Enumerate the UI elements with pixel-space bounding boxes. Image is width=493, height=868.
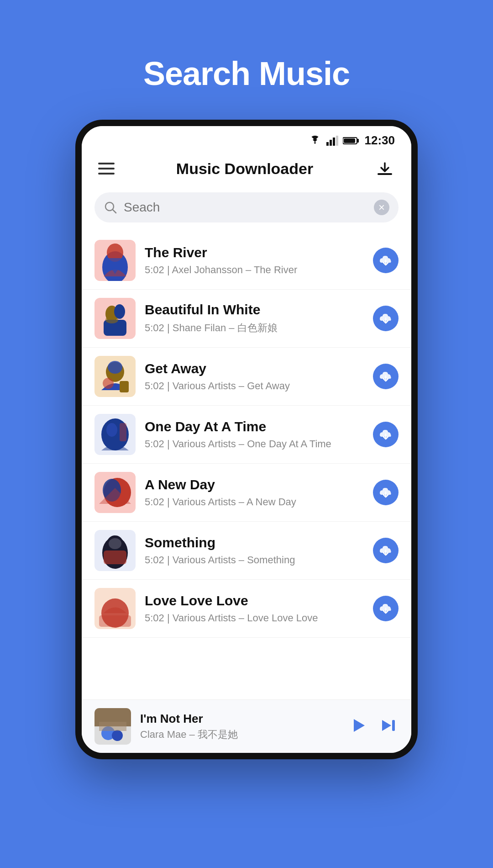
svg-rect-39 xyxy=(99,615,131,627)
now-playing-art xyxy=(94,708,131,745)
svg-point-25 xyxy=(106,423,117,437)
song-meta: 5:02 | Various Artists – A New Day xyxy=(145,496,364,508)
phone-mockup: 12:30 Music Downloader xyxy=(75,120,418,759)
song-info: One Day At A Time 5:02 | Various Artists… xyxy=(145,419,364,450)
svg-rect-2 xyxy=(333,138,335,146)
song-meta: 5:02 | Various Artists – One Day At A Ti… xyxy=(145,438,364,450)
menu-icon[interactable] xyxy=(98,163,115,175)
menu-line-3 xyxy=(98,173,115,175)
song-download-button[interactable] xyxy=(373,596,399,621)
song-item[interactable]: Beautiful In White 5:02 | Shane Filan – … xyxy=(82,290,411,348)
download-cloud-icon xyxy=(378,543,393,558)
svg-point-15 xyxy=(114,304,125,319)
svg-marker-45 xyxy=(354,719,365,732)
song-meta: 5:02 | Axel Johansson – The River xyxy=(145,264,364,276)
song-download-button[interactable] xyxy=(373,248,399,273)
svg-point-21 xyxy=(103,378,114,389)
search-container xyxy=(82,188,411,232)
download-cloud-icon xyxy=(378,427,393,442)
song-info: Love Love Love 5:02 | Various Artists – … xyxy=(145,593,364,624)
search-input[interactable] xyxy=(124,200,367,215)
song-info: A New Day 5:02 | Various Artists – A New… xyxy=(145,477,364,508)
song-item[interactable]: One Day At A Time 5:02 | Various Artists… xyxy=(82,406,411,464)
download-tray-icon xyxy=(376,159,394,178)
song-item[interactable]: The River 5:02 | Axel Johansson – The Ri… xyxy=(82,232,411,290)
download-cloud-icon xyxy=(378,485,393,500)
page-title: Search Music xyxy=(143,55,350,92)
svg-marker-46 xyxy=(382,720,391,731)
song-title: A New Day xyxy=(145,477,364,492)
svg-rect-44 xyxy=(99,722,126,731)
svg-rect-26 xyxy=(120,423,126,441)
svg-line-9 xyxy=(113,210,116,213)
skip-next-button[interactable] xyxy=(378,715,399,737)
song-info: Beautiful In White 5:02 | Shane Filan – … xyxy=(145,302,364,335)
svg-point-43 xyxy=(112,730,123,741)
menu-line-1 xyxy=(98,163,115,164)
search-bar xyxy=(94,192,399,222)
song-title: One Day At A Time xyxy=(145,419,364,434)
album-art xyxy=(94,240,136,281)
song-download-button[interactable] xyxy=(373,422,399,447)
song-item[interactable]: Something 5:02 | Various Artists – Somet… xyxy=(82,522,411,580)
song-title: Something xyxy=(145,535,364,550)
signal-icon xyxy=(326,136,338,146)
search-clear-button[interactable] xyxy=(374,200,389,215)
song-list: The River 5:02 | Axel Johansson – The Ri… xyxy=(82,232,411,699)
album-art xyxy=(94,298,136,339)
album-art xyxy=(94,472,136,513)
status-time: 12:30 xyxy=(365,133,395,148)
status-icons xyxy=(308,136,359,146)
now-playing-controls xyxy=(347,715,399,737)
menu-line-2 xyxy=(98,168,115,169)
song-item[interactable]: Get Away 5:02 | Various Artists – Get Aw… xyxy=(82,348,411,406)
song-item[interactable]: A New Day 5:02 | Various Artists – A New… xyxy=(82,464,411,522)
svg-rect-3 xyxy=(336,136,338,146)
now-playing-bar[interactable]: I'm Not Her Clara Mae – 我不是她 xyxy=(82,699,411,753)
download-cloud-icon xyxy=(378,601,393,616)
song-info: The River 5:02 | Axel Johansson – The Ri… xyxy=(145,245,364,276)
app-header: Music Downloader xyxy=(82,151,411,188)
song-meta: 5:02 | Various Artists – Get Away xyxy=(145,380,364,392)
svg-rect-0 xyxy=(326,142,329,146)
wifi-icon xyxy=(308,136,322,146)
song-title: The River xyxy=(145,245,364,260)
download-cloud-icon xyxy=(378,311,393,326)
svg-point-20 xyxy=(108,361,122,374)
song-meta: 5:02 | Various Artists – Love Love Love xyxy=(145,612,364,624)
svg-point-35 xyxy=(109,538,121,549)
now-playing-info: I'm Not Her Clara Mae – 我不是她 xyxy=(140,712,338,741)
song-download-button[interactable] xyxy=(373,306,399,331)
song-title: Beautiful In White xyxy=(145,302,364,318)
album-art xyxy=(94,414,136,455)
song-download-button[interactable] xyxy=(373,364,399,389)
svg-rect-6 xyxy=(344,138,355,143)
now-playing-title: I'm Not Her xyxy=(140,712,338,726)
svg-rect-7 xyxy=(378,173,392,175)
song-download-button[interactable] xyxy=(373,538,399,563)
song-meta: 5:02 | Various Artists – Something xyxy=(145,554,364,566)
svg-rect-1 xyxy=(330,140,332,146)
download-cloud-icon xyxy=(378,253,393,268)
app-title: Music Downloader xyxy=(176,160,313,178)
song-meta: 5:02 | Shane Filan – 白色新娘 xyxy=(145,321,364,335)
search-icon xyxy=(104,201,117,214)
svg-point-17 xyxy=(105,316,118,323)
download-cloud-icon xyxy=(378,369,393,384)
song-info: Get Away 5:02 | Various Artists – Get Aw… xyxy=(145,361,364,392)
battery-icon xyxy=(343,137,359,145)
song-item[interactable]: Love Love Love 5:02 | Various Artists – … xyxy=(82,580,411,638)
album-art xyxy=(94,356,136,397)
album-art xyxy=(94,530,136,571)
song-download-button[interactable] xyxy=(373,480,399,505)
svg-rect-34 xyxy=(104,550,126,564)
now-playing-artist: Clara Mae – 我不是她 xyxy=(140,728,338,741)
svg-rect-5 xyxy=(357,139,359,143)
song-title: Love Love Love xyxy=(145,593,364,609)
song-title: Get Away xyxy=(145,361,364,376)
album-art xyxy=(94,588,136,629)
downloads-button[interactable] xyxy=(375,159,395,179)
status-bar: 12:30 xyxy=(82,126,411,151)
svg-rect-47 xyxy=(392,720,395,731)
play-button[interactable] xyxy=(347,715,367,737)
